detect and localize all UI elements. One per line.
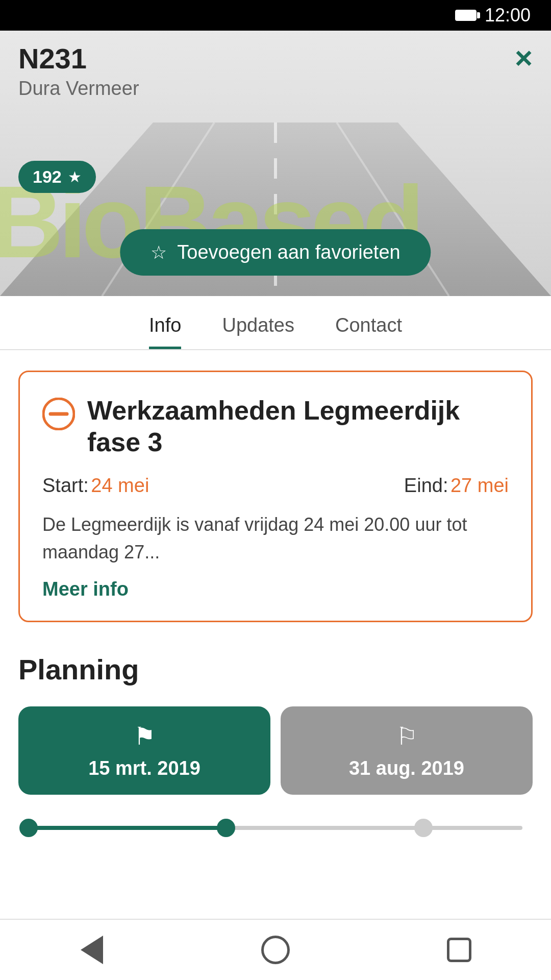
- tab-info[interactable]: Info: [149, 314, 181, 349]
- close-button[interactable]: ×: [515, 43, 533, 74]
- project-title: N231: [18, 43, 533, 75]
- status-bar: 12:00: [0, 0, 551, 31]
- nav-home-icon: [261, 936, 290, 964]
- planning-end-date: 31 aug. 2019: [349, 757, 464, 779]
- alert-start-label: Start:: [42, 475, 89, 496]
- timeline-dot-start: [19, 819, 38, 837]
- alert-start-date: 24 mei: [91, 475, 149, 496]
- hero-section: BioBased N231 Dura Vermeer 192 ★ × ☆ Toe…: [0, 31, 551, 296]
- alert-description: De Legmeerdijk is vanaf vrijdag 24 mei 2…: [42, 511, 509, 566]
- hero-header: N231 Dura Vermeer: [0, 31, 551, 112]
- meer-info-link[interactable]: Meer info: [42, 578, 129, 600]
- tab-contact[interactable]: Contact: [335, 314, 402, 349]
- alert-end: Eind: 27 mei: [404, 475, 509, 497]
- timeline-line: [29, 826, 522, 830]
- nav-back-button[interactable]: [71, 929, 112, 970]
- planning-start-date: 15 mrt. 2019: [88, 757, 201, 779]
- timeline-dot-current: [217, 819, 235, 837]
- end-flag-icon: ⚐: [396, 722, 418, 750]
- content-area: Werkzaamheden Legmeerdijk fase 3 Start: …: [0, 350, 551, 856]
- alert-end-date: 27 mei: [450, 475, 509, 496]
- fav-button-label: Toevoegen aan favorieten: [177, 241, 400, 263]
- tab-updates[interactable]: Updates: [222, 314, 294, 349]
- favorite-button[interactable]: ☆ Toevoegen aan favorieten: [120, 229, 431, 276]
- alert-title-row: Werkzaamheden Legmeerdijk fase 3: [42, 395, 509, 458]
- start-flag-icon: ⚑: [134, 722, 156, 750]
- planning-section: Planning ⚑ 15 mrt. 2019 ⚐ 31 aug. 2019: [18, 653, 533, 836]
- fav-star-icon: ☆: [151, 242, 167, 263]
- star-badge: 192 ★: [18, 161, 96, 193]
- star-count: 192: [33, 167, 62, 187]
- status-time: 12:00: [485, 5, 531, 26]
- bottom-nav: [0, 919, 551, 980]
- alert-dates: Start: 24 mei Eind: 27 mei: [42, 475, 509, 497]
- planning-end-button[interactable]: ⚐ 31 aug. 2019: [281, 706, 533, 795]
- star-icon: ★: [68, 168, 82, 186]
- battery-icon: [455, 10, 477, 21]
- tabs-container: Info Updates Contact: [0, 296, 551, 350]
- nav-recent-button[interactable]: [439, 929, 480, 970]
- nav-home-button[interactable]: [255, 929, 296, 970]
- no-entry-icon: [42, 398, 75, 430]
- timeline-track: [29, 820, 522, 836]
- alert-card: Werkzaamheden Legmeerdijk fase 3 Start: …: [18, 371, 533, 622]
- nav-back-icon: [81, 936, 103, 964]
- planning-dates: ⚑ 15 mrt. 2019 ⚐ 31 aug. 2019: [18, 706, 533, 795]
- alert-card-title: Werkzaamheden Legmeerdijk fase 3: [87, 395, 509, 458]
- alert-start: Start: 24 mei: [42, 475, 149, 497]
- planning-start-button[interactable]: ⚑ 15 mrt. 2019: [18, 706, 270, 795]
- project-subtitle: Dura Vermeer: [18, 78, 533, 100]
- nav-square-icon: [447, 938, 471, 962]
- timeline-dot-end: [414, 819, 433, 837]
- planning-title: Planning: [18, 653, 533, 686]
- alert-end-label: Eind:: [404, 475, 448, 496]
